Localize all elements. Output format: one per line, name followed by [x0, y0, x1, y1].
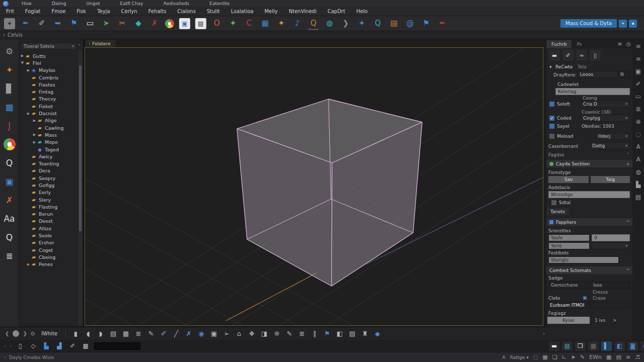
comp-dropdown[interactable]: Dattg▾ [590, 142, 630, 149]
half-box-icon[interactable]: ◨ [260, 329, 269, 339]
tree-item-berun[interactable]: ▰Berun [20, 211, 78, 218]
blue-flag-icon[interactable]: ⚑ [421, 18, 432, 29]
collapse-caret2-icon[interactable]: ^ [626, 268, 630, 273]
3d-viewport[interactable] [85, 47, 543, 326]
isse-field[interactable]: Isse [591, 282, 630, 289]
cut-icon[interactable]: ✗ [149, 18, 160, 29]
tree-item-awlcy[interactable]: ▰Awlcy [20, 153, 78, 160]
card-icon[interactable]: ▣ [634, 67, 642, 75]
pen2-icon[interactable]: ✐ [159, 329, 168, 339]
expand-arrow-icon[interactable]: ▶ [32, 133, 37, 137]
menu2-icon[interactable]: ≡ [634, 55, 642, 63]
window-icon[interactable]: ▤ [109, 329, 118, 339]
slash-icon[interactable]: ╱ [172, 329, 181, 339]
section-fappliers[interactable]: Fappliers ^ [546, 218, 633, 226]
menu-item[interactable]: Eatenlite [209, 1, 229, 6]
tree-item-maylas[interactable]: ▶◈Maylas [20, 67, 78, 74]
yorle-dropdown[interactable]: ▾ [592, 242, 630, 249]
win-left-icon[interactable]: ◧ [335, 329, 344, 339]
flag-notify-icon[interactable]: ⚑ [68, 18, 79, 29]
meload-checkbox[interactable] [549, 134, 554, 139]
eurbsam-field[interactable]: Eurbsam ITMOI [547, 302, 590, 309]
fagdse-caret-icon[interactable]: ˅ [627, 152, 629, 157]
settings-circle-icon[interactable]: ◎ [624, 40, 633, 48]
tab-properties-2[interactable]: Ps [572, 40, 587, 48]
pen4-icon[interactable]: ✐ [68, 341, 77, 350]
drafter-n-field[interactable]: N [618, 71, 630, 78]
chrome-icon[interactable] [165, 19, 174, 28]
tree-item-dera[interactable]: ▰Dera [20, 167, 78, 174]
wrissdige-dropdown[interactable]: Wrissdige▾ [548, 191, 630, 198]
curve-tool-icon[interactable]: ➥ [52, 18, 63, 29]
collapse-caret-icon[interactable]: ^ [626, 220, 630, 225]
collapse-all-icon[interactable]: ⌃ [77, 44, 81, 48]
magnifier-icon[interactable]: Q [4, 157, 16, 169]
expand-arrow-icon[interactable]: ▼ [20, 61, 25, 65]
yasfe-cell[interactable]: Yasfe [548, 234, 590, 241]
castle-icon[interactable]: ⌂ [234, 329, 244, 339]
text-a-icon[interactable]: A [634, 143, 642, 151]
left-chevron-icon[interactable]: ‹ [4, 343, 6, 348]
frame-icon[interactable]: ▣ [209, 329, 218, 339]
main-section-tab[interactable]: Tela [578, 64, 587, 69]
building-icon[interactable]: ▊ [4, 82, 16, 95]
menu-item[interactable]: Unget [87, 1, 100, 6]
tree-item-cembris[interactable]: ▰Cembris [20, 74, 78, 81]
dark-app-icon[interactable]: ▩ [588, 341, 599, 351]
chevron-right-icon[interactable]: ❯ [340, 18, 351, 29]
tree-item-deest[interactable]: ▰Deest [20, 218, 78, 225]
block-icon[interactable]: ▮ [71, 329, 80, 339]
case-app-icon[interactable]: ▤ [562, 341, 573, 351]
diamond-tool-icon[interactable]: ◆ [133, 18, 144, 29]
pen-icon[interactable]: ✎ [146, 329, 155, 339]
plus-icon[interactable]: + [626, 161, 630, 166]
wrench-icon[interactable]: ✦ [276, 18, 287, 29]
cursor-icon[interactable]: ➤ [571, 354, 576, 360]
font-block-icon[interactable]: Aa [4, 213, 16, 225]
menu-item[interactable]: Fisk [76, 9, 86, 14]
music-note-icon[interactable]: ♪ [292, 18, 303, 29]
win-grid-icon[interactable]: ▤ [348, 329, 357, 339]
scissors-icon[interactable]: ✂ [117, 18, 128, 29]
tree-item-alige[interactable]: ▶▰Alige [20, 117, 78, 124]
tanets-tab[interactable]: Tanets [546, 208, 569, 215]
tree-item-mope[interactable]: ▶▰Mope [20, 139, 78, 146]
loop-icon[interactable]: ◌ [533, 354, 538, 360]
cadewlet-dropdown[interactable]: Kelerlag▾ [555, 88, 630, 95]
menu-item[interactable]: Stulit [207, 9, 220, 14]
fagdse-header[interactable]: Fagdse [548, 152, 565, 157]
tree-item-eerly[interactable]: ▰Eerly [20, 189, 78, 196]
teal-q-icon[interactable]: Q [372, 18, 383, 29]
yorle-cell[interactable]: Yorle [548, 242, 590, 249]
brush-small-icon[interactable]: ✐ [634, 80, 642, 88]
active-app-icon[interactable]: ▍ [601, 341, 612, 351]
primary-dropdown-button[interactable]: ▾ [619, 20, 627, 28]
box-icon[interactable]: ▭ [634, 93, 642, 101]
expand-arrow-icon[interactable]: ▶ [32, 140, 37, 144]
sayel-checkbox[interactable] [549, 124, 554, 129]
keyboard-icon[interactable]: ▤ [616, 354, 621, 360]
at-icon[interactable]: @ [405, 18, 416, 29]
menu-item[interactable]: Daiing [52, 1, 66, 6]
news-app-icon[interactable]: ▤ [195, 18, 206, 29]
blue-x-icon[interactable]: ✗ [184, 329, 193, 339]
tree-item-cbeing[interactable]: ▰Cbeing [20, 253, 78, 260]
tree-item-slery[interactable]: ▰Slery [20, 196, 78, 203]
ewn-label[interactable]: EWn [589, 354, 602, 360]
hook-tool-icon[interactable]: ✐ [36, 18, 47, 29]
clip-icon[interactable]: ∥ [310, 329, 319, 339]
tree-item-cawling[interactable]: ▰Cawling [20, 124, 78, 131]
tab-properties-active[interactable]: Fuchrb [546, 40, 572, 48]
expand-arrow-icon[interactable]: ▶ [26, 68, 31, 72]
back-chevron-icon[interactable]: ‹ [3, 32, 5, 38]
ceded-dropdown[interactable]: Cinplyg▾ [581, 115, 630, 122]
corner-icon[interactable]: ▙ [634, 180, 642, 189]
blue-corner2-icon[interactable]: ▟ [55, 341, 64, 350]
avatar[interactable] [13, 330, 19, 337]
layers-icon[interactable]: ≣ [134, 329, 143, 339]
tree-item-coget[interactable]: ▰Coget [20, 246, 78, 253]
kyias-button[interactable]: Kyias [547, 317, 590, 324]
list-small-icon[interactable]: ≣ [634, 105, 642, 113]
yasfe-dropdown[interactable]: 0▾ [592, 234, 630, 241]
menu-icon[interactable]: ≡ [634, 42, 642, 50]
